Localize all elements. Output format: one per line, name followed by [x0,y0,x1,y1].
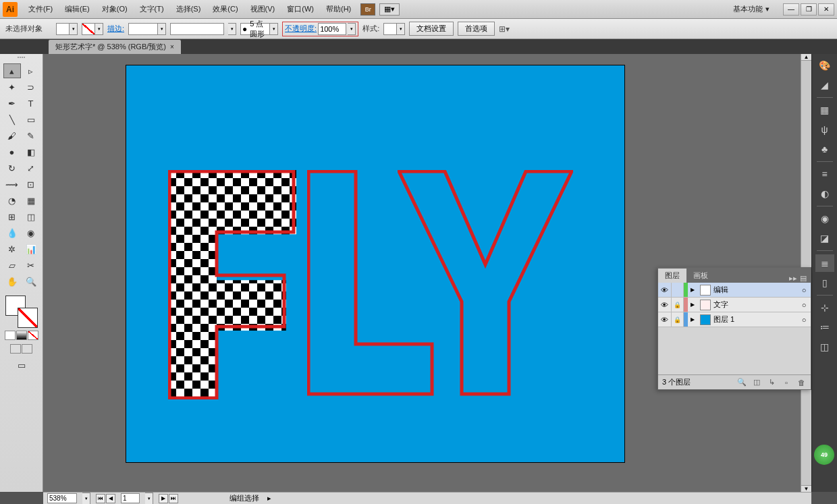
screen-mode-normal[interactable] [10,344,21,354]
lock-toggle[interactable] [672,283,684,297]
dash-profile[interactable]: ●5 点圆形▾ [240,23,278,35]
graph-tool[interactable]: 📊 [22,242,40,256]
stroke-swatch[interactable]: ▾ [82,23,103,35]
swatches-panel-icon[interactable]: ▦ [815,101,834,119]
color-panel-icon[interactable]: 🎨 [815,57,834,74]
expand-toggle[interactable]: ▶ [688,302,697,308]
screen-mode-full[interactable] [22,344,32,354]
brush-select[interactable] [170,23,224,35]
brushes-panel-icon[interactable]: ψ [815,121,834,138]
last-artboard-button[interactable]: ⏭ [169,494,178,503]
eyedropper-tool[interactable]: 💧 [3,225,21,240]
menu-type[interactable]: 文字(T) [134,2,169,16]
panel-menu-icon[interactable]: ▤ [800,274,807,283]
pencil-tool[interactable]: ✎ [22,128,40,143]
make-clipping-mask-icon[interactable]: ◫ [751,377,762,388]
menu-file[interactable]: 文件(F) [23,2,58,16]
zoom-dropdown[interactable]: ▾ [82,493,90,505]
gradient-tool[interactable]: ◫ [22,209,40,224]
type-tool[interactable]: T [22,96,40,111]
artboard-number-input[interactable] [121,493,140,503]
artboards-panel-icon[interactable]: ▯ [815,274,834,291]
tab-close-icon[interactable]: × [170,43,174,51]
visibility-toggle[interactable]: 👁 [658,298,672,312]
align-panel-icon[interactable]: ≔ [815,318,834,336]
menu-view[interactable]: 视图(V) [245,2,281,16]
mesh-tool[interactable]: ⊞ [3,209,21,224]
eraser-tool[interactable]: ◧ [22,144,40,159]
free-transform-tool[interactable]: ⊡ [22,177,40,192]
stroke-weight-input[interactable]: ▾ [128,23,166,35]
status-dropdown-icon[interactable]: ▸ [267,494,271,503]
delete-layer-icon[interactable]: 🗑 [796,377,807,388]
gradient-panel-icon[interactable]: ◐ [815,185,834,202]
opacity-link[interactable]: 不透明度: [285,24,317,34]
zoom-tool[interactable]: 🔍 [22,274,40,289]
prev-artboard-button[interactable]: ◀ [106,494,115,503]
layer-target[interactable]: ○ [797,286,811,294]
menu-window[interactable]: 窗口(W) [281,2,319,16]
fill-swatch[interactable]: ▾ [56,23,78,35]
rotate-tool[interactable]: ↻ [3,161,21,175]
expand-toggle[interactable]: ▶ [688,287,697,293]
blob-brush-tool[interactable]: ● [3,144,21,159]
tab-layers[interactable]: 图层 [658,269,686,283]
new-sublayer-icon[interactable]: ↳ [766,377,777,388]
layer-row[interactable]: 👁 ▶ 编辑 ○ [658,283,811,298]
change-screen-mode[interactable]: ▭ [13,358,30,372]
shape-builder-tool[interactable]: ◔ [3,193,21,208]
menu-edit[interactable]: 编辑(E) [59,2,95,16]
opacity-dropdown[interactable]: ▾ [348,23,356,35]
layer-name[interactable]: 文字 [713,300,797,310]
visibility-toggle[interactable]: 👁 [658,283,672,297]
menu-select[interactable]: 选择(S) [171,2,207,16]
line-tool[interactable]: ╲ [3,112,21,127]
layer-target[interactable]: ○ [797,301,811,309]
stroke-color[interactable] [18,308,38,328]
document-tab[interactable]: 矩形艺术字* @ 538% (RGB/预览) × [49,40,181,54]
layer-target[interactable]: ○ [797,316,811,324]
paintbrush-tool[interactable]: 🖌 [3,128,21,143]
layer-row[interactable]: 👁 🔒 ▶ 文字 ○ [658,298,811,312]
workspace-switcher[interactable]: 基本功能▾ [726,3,776,16]
menu-help[interactable]: 帮助(H) [321,2,356,16]
preferences-button[interactable]: 首选项 [458,22,495,36]
panel-collapse-icon[interactable]: ▸▸ [789,274,797,283]
first-artboard-button[interactable]: ⏮ [96,494,105,503]
maximize-button[interactable]: ❐ [801,3,817,16]
symbols-panel-icon[interactable]: ♣ [815,140,834,158]
lock-toggle[interactable]: 🔒 [672,298,684,312]
width-tool[interactable]: ⟿ [3,177,21,192]
new-layer-icon[interactable]: ▫ [781,377,792,388]
blend-tool[interactable]: ◉ [22,225,40,240]
pen-tool[interactable]: ✒ [3,96,21,111]
artboard-tool[interactable]: ▱ [3,258,21,273]
fill-stroke-control[interactable] [5,296,38,328]
sync-badge[interactable]: 49 [814,445,834,465]
lock-toggle[interactable]: 🔒 [672,312,684,327]
layer-name[interactable]: 编辑 [713,285,797,295]
document-setup-button[interactable]: 文档设置 [409,22,454,36]
close-button[interactable]: ✕ [818,3,834,16]
transparency-panel-icon[interactable]: ◉ [815,210,834,227]
artboard-dropdown[interactable]: ▾ [145,493,153,505]
lasso-tool[interactable]: ⊃ [22,80,40,94]
arrange-docs-button[interactable]: ▦▾ [379,3,400,16]
locate-object-icon[interactable]: 🔍 [736,377,747,388]
stroke-link[interactable]: 描边: [107,24,124,34]
visibility-toggle[interactable]: 👁 [658,312,672,327]
scale-tool[interactable]: ⤢ [22,161,40,175]
selection-tool[interactable]: ▴ [3,63,21,78]
brush-dropdown[interactable]: ▾ [228,23,236,35]
transform-panel-icon[interactable]: ⊹ [815,299,834,316]
next-artboard-button[interactable]: ▶ [159,494,168,503]
expand-toggle[interactable]: ▶ [688,316,697,323]
layer-row[interactable]: 👁 🔒 ▶ 图层 1 ○ [658,312,811,327]
menu-object[interactable]: 对象(O) [97,2,133,16]
zoom-input[interactable] [47,493,77,503]
hand-tool[interactable]: ✋ [3,274,21,289]
color-guide-icon[interactable]: ◢ [815,76,834,94]
direct-selection-tool[interactable]: ▹ [22,63,40,78]
pathfinder-panel-icon[interactable]: ◫ [815,338,834,356]
tab-artboards[interactable]: 画板 [686,269,715,283]
